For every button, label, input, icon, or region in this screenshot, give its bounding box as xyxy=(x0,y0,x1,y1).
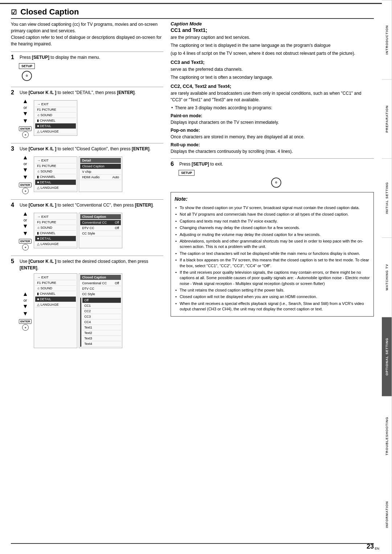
or-label-3: or xyxy=(24,162,27,166)
note-item-3: Changing channels may delay the closed c… xyxy=(175,225,370,231)
step-1-number: 1 xyxy=(11,54,17,61)
menu-sound: ♫ SOUND xyxy=(35,113,76,118)
cc2-heading: CC2, CC4, Text2 and Text4; xyxy=(171,83,374,89)
note-title: Note: xyxy=(175,195,370,203)
step-3-header: 3 Use [Cursor K /L ] to select "Closed C… xyxy=(11,143,163,152)
step-3-visual: ▲ or ▼ ▼ ENTER ⚬ → EXIT F1 PICTURE xyxy=(19,154,163,194)
menu-language-4: △ LANGUAGE xyxy=(35,241,76,247)
setup-button-icon: SETUP ⚬ xyxy=(19,63,35,82)
step-2: 2 Use [Cursor K /L ] to select "DETAIL",… xyxy=(11,87,163,138)
cc1-desc1: are the primary caption and text service… xyxy=(171,34,374,41)
step-2-menu: → EXIT F1 PICTURE ♫ SOUND ▮ CHANNEL ■ DE xyxy=(34,100,77,136)
cc-cc2: CC2 xyxy=(82,309,121,314)
tab-troubleshooting[interactable]: TROUBLESHOOTING xyxy=(382,396,392,475)
or-label: or xyxy=(24,105,27,110)
step-5-menus: → EXIT F1 PICTURE ♫ SOUND ▮ CHANNEL ■ DE… xyxy=(34,273,122,348)
note-box: Note: To show the closed caption on your… xyxy=(171,192,374,317)
paint-desc: Displays input characters on the TV scre… xyxy=(171,119,374,126)
tab-preparation[interactable]: PREPARATION xyxy=(382,79,392,158)
cursor-arrows-3: ▲ or ▼ ▼ ENTER ⚬ xyxy=(19,154,32,194)
step-4-cc-menu: Closed Caption Conventional CCOff DTV CC… xyxy=(79,213,122,248)
tab-watching-tv[interactable]: WATCHING TV xyxy=(382,237,392,317)
cc-conv-off: Conventional CCOff xyxy=(80,281,121,286)
note-item-9: The unit retains the closed caption sett… xyxy=(175,288,370,293)
right-column: Caption Mode CC1 and Text1; are the prim… xyxy=(171,21,374,353)
step-4-text: Use [Cursor K /L ] to select "Convention… xyxy=(20,202,154,208)
step-6-number: 6 xyxy=(171,161,177,167)
cursor-arrows-5: ▲ or ▼ ▼ ENTER ⚬ xyxy=(19,291,32,331)
step-2-visual: ▲ or ▼ ▼ ENTER ⚬ → EXIT xyxy=(19,98,163,138)
step-1-image: SETUP ⚬ xyxy=(19,63,163,82)
menu-channel-3: ▮ CHANNEL xyxy=(35,174,76,180)
menu-picture-4: F1 PICTURE xyxy=(35,220,76,225)
step-2-number: 2 xyxy=(11,89,17,96)
arrow-up-icon-3: ▲ xyxy=(23,154,28,161)
step-5-number: 5 xyxy=(11,258,17,265)
step-3-detail-menu: Detail Closed Caption V chip HDMI AudioA… xyxy=(79,156,122,192)
cc-style-5: CC Style xyxy=(80,292,121,297)
tab-initial-setting[interactable]: INITIAL SETTING xyxy=(382,158,392,237)
note-item-5: Abbreviations, symbols and other grammat… xyxy=(175,239,370,250)
step-2-header: 2 Use [Cursor K /L ] to select "DETAIL",… xyxy=(11,87,163,96)
menu-sound-5: ♫ SOUND xyxy=(35,286,76,291)
cc3-heading: CC3 and Text3; xyxy=(171,60,374,65)
pop-heading: Pop-on mode: xyxy=(171,128,374,133)
menu-exit-4: → EXIT xyxy=(35,214,76,220)
step-5-cc-options: Closed Caption Conventional CCOff DTV CC… xyxy=(79,273,122,348)
cc-text1: Text1 xyxy=(82,325,121,330)
menu-detail-3: ■ DETAIL xyxy=(35,180,76,185)
left-column: You can view closed captioning (cc) for … xyxy=(11,21,163,353)
step-4-number: 4 xyxy=(11,202,17,208)
step-3-text: Use [Cursor K /L ] to select "Closed Cap… xyxy=(20,146,151,152)
step-2-text: Use [Cursor K /L ] to select "DETAIL", t… xyxy=(20,89,136,96)
step-4-menus: → EXIT F1 PICTURE ♫ SOUND ▮ CHANNEL ■ DE… xyxy=(34,213,122,248)
cc2-bullet: There are 3 display modes according to p… xyxy=(171,105,374,111)
step-6-header: 6 Press [SETUP] to exit. xyxy=(171,161,374,167)
menu-picture: F1 PICTURE xyxy=(35,107,76,113)
step-5-header: 5 Use [Cursor K /L ] to select the desir… xyxy=(11,256,163,271)
step-6-image: SETUP ⚬ xyxy=(179,170,374,188)
step-3-main-menu: → EXIT F1 PICTURE ♫ SOUND ▮ CHANNEL ■ DE… xyxy=(34,156,77,192)
bottom-line xyxy=(11,543,374,544)
note-item-7: If a black box appears on the TV screen,… xyxy=(175,257,370,269)
detail-hdmi: HDMI AudioAuto xyxy=(80,175,121,180)
detail-vchip: V chip xyxy=(80,169,121,175)
step-4: 4 Use [Cursor K /L ] to select "Conventi… xyxy=(11,199,163,250)
step-1-text: Press [SETUP] to display the main menu. xyxy=(20,54,100,61)
menu-language-5: △ LANGUAGE xyxy=(35,302,76,307)
checkbox-icon: ☑ xyxy=(11,9,17,16)
caption-mode-title: Caption Mode xyxy=(171,21,374,27)
cc3-desc2: The captioning or text is often a second… xyxy=(171,74,374,81)
note-item-2: Captions and texts may not match the TV … xyxy=(175,219,370,224)
tab-optional-setting[interactable]: OPTIONAL SETTING xyxy=(382,317,392,396)
note-item-0: To show the closed caption on your TV sc… xyxy=(175,205,370,211)
page-title: ☑ Closed Caption xyxy=(11,7,374,19)
enter-button-4: ENTER ⚬ xyxy=(19,239,32,250)
note-item-6: The caption or text characters will not … xyxy=(175,251,370,256)
or-label-5: or xyxy=(24,298,27,302)
or-label-4: or xyxy=(24,218,27,222)
arrow-down-icon-5: ▼ xyxy=(23,303,28,310)
roll-desc: Displays the characters continuously by … xyxy=(171,148,374,155)
menu-language-3: △ LANGUAGE xyxy=(35,185,76,191)
page-number: 23 xyxy=(367,543,374,550)
caption-mode-section: Caption Mode CC1 and Text1; are the prim… xyxy=(171,21,374,155)
side-tab-bar: INTRODUCTION PREPARATION INITIAL SETTING… xyxy=(382,0,392,554)
step-4-header: 4 Use [Cursor K /L ] to select "Conventi… xyxy=(11,199,163,208)
menu-detail-selected: ■ DETAIL xyxy=(35,123,76,129)
cc-dtv-5: DTV CC xyxy=(80,286,121,292)
menu-exit-5: → EXIT xyxy=(35,275,76,280)
arrow-down2-icon-3: ▼ xyxy=(23,174,28,180)
note-item-8: If the unit receives poor quality televi… xyxy=(175,270,370,286)
step-3-number: 3 xyxy=(11,146,17,152)
step-5-main-menu: → EXIT F1 PICTURE ♫ SOUND ▮ CHANNEL ■ DE… xyxy=(34,273,77,348)
note-item-11: When the unit receives a special effects… xyxy=(175,301,370,312)
tab-introduction[interactable]: INTRODUCTION xyxy=(382,0,392,79)
enter-button: ENTER ⚬ xyxy=(19,126,32,138)
cc3-desc1: serve as the preferred data channels. xyxy=(171,66,374,73)
cc1-desc3: (up to 4 lines of script on the TV scree… xyxy=(171,50,374,57)
tab-information[interactable]: INFORMATION xyxy=(382,475,392,554)
arrow-down2-icon: ▼ xyxy=(23,118,28,124)
menu-detail-5: ■ DETAIL xyxy=(35,297,76,302)
arrow-up-icon: ▲ xyxy=(23,98,28,105)
